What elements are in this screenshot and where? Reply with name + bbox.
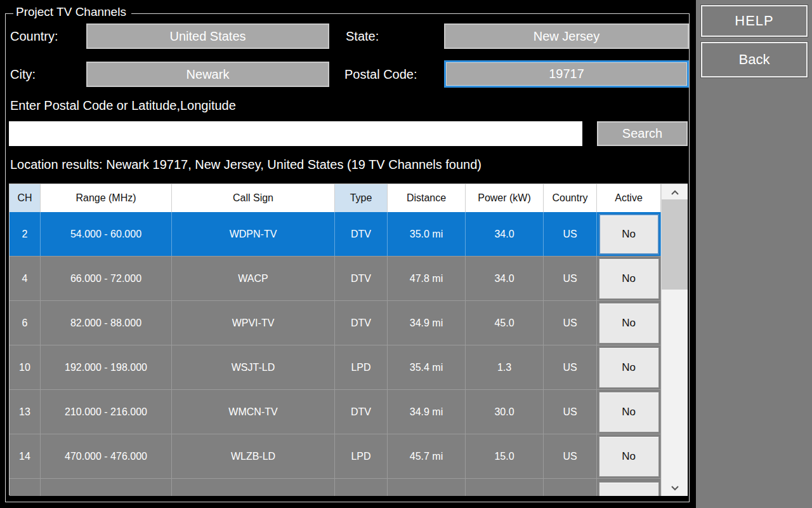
- country-label: Country:: [10, 23, 58, 49]
- column-header[interactable]: Country: [544, 184, 597, 212]
- type-cell: [335, 479, 388, 496]
- scroll-down-icon[interactable]: [662, 481, 688, 495]
- country-cell: US: [544, 212, 597, 256]
- column-header[interactable]: Range (MHz): [41, 184, 172, 212]
- search-input[interactable]: [9, 121, 582, 146]
- type-cell: DTV: [335, 301, 388, 345]
- ch-cell: 13: [10, 390, 41, 434]
- country-cell: US: [544, 301, 597, 345]
- country-cell: US: [544, 257, 597, 300]
- search-instruction: Enter Postal Code or Latitude,Longitude: [10, 93, 236, 118]
- call-sign-cell: WACP: [172, 257, 335, 300]
- scroll-up-icon[interactable]: [662, 185, 688, 199]
- power-cell: 34.0: [466, 212, 544, 256]
- country-cell: US: [544, 390, 597, 434]
- range-cell: [41, 479, 172, 496]
- power-cell: 45.0: [466, 301, 544, 345]
- range-cell: 470.000 - 476.000: [41, 434, 172, 478]
- type-cell: DTV: [335, 257, 388, 300]
- ch-cell: 4: [10, 257, 41, 300]
- distance-cell: [388, 479, 466, 496]
- table-row[interactable]: 254.000 - 60.000WDPN-TVDTV35.0 mi34.0USN…: [10, 212, 688, 257]
- column-header[interactable]: Distance: [388, 184, 466, 212]
- call-sign-cell: WLZB-LD: [172, 434, 335, 478]
- call-sign-cell: WSJT-LD: [172, 345, 335, 389]
- distance-cell: 34.9 mi: [388, 390, 466, 434]
- column-header[interactable]: Type: [335, 184, 388, 212]
- active-cell: No: [597, 390, 661, 434]
- type-cell: LPD: [335, 434, 388, 478]
- type-cell: DTV: [335, 212, 388, 256]
- active-toggle-button[interactable]: No: [599, 214, 659, 255]
- distance-cell: 34.9 mi: [388, 301, 466, 345]
- country-field[interactable]: United States: [86, 23, 329, 49]
- type-cell: LPD: [335, 345, 388, 389]
- range-cell: 54.000 - 60.000: [41, 212, 172, 256]
- call-sign-cell: WMCN-TV: [172, 390, 335, 434]
- active-toggle-button[interactable]: No: [599, 347, 659, 388]
- range-cell: 66.000 - 72.000: [41, 257, 172, 300]
- power-cell: [466, 479, 544, 496]
- table-row[interactable]: [10, 479, 688, 496]
- table-row[interactable]: 14470.000 - 476.000WLZB-LDLPD45.7 mi15.0…: [10, 434, 688, 479]
- call-sign-cell: WDPN-TV: [172, 212, 335, 256]
- vertical-scrollbar[interactable]: [661, 184, 688, 496]
- call-sign-cell: [172, 479, 335, 496]
- distance-cell: 35.4 mi: [388, 345, 466, 389]
- distance-cell: 35.0 mi: [388, 212, 466, 256]
- country-cell: US: [544, 434, 597, 478]
- location-results-text: Location results: Newark 19717, New Jers…: [10, 157, 481, 172]
- active-toggle-button[interactable]: No: [599, 392, 659, 432]
- column-header[interactable]: CH: [10, 184, 41, 212]
- distance-cell: 45.7 mi: [388, 434, 466, 478]
- table-row[interactable]: 13210.000 - 216.000WMCN-TVDTV34.9 mi30.0…: [10, 390, 688, 434]
- scrollbar-thumb[interactable]: [662, 199, 688, 290]
- active-cell: No: [597, 257, 661, 300]
- active-cell: [597, 479, 661, 496]
- range-cell: 192.000 - 198.000: [41, 345, 172, 389]
- country-cell: US: [544, 345, 597, 389]
- power-cell: 1.3: [466, 345, 544, 389]
- range-cell: 210.000 - 216.000: [41, 390, 172, 434]
- app-window: HELP Back Project TV Channels Country: U…: [0, 0, 812, 508]
- table-row[interactable]: 466.000 - 72.000WACPDTV47.8 mi34.0USNo: [10, 257, 688, 301]
- city-label: City:: [10, 62, 36, 87]
- city-field[interactable]: Newark: [86, 62, 329, 87]
- active-toggle-button[interactable]: No: [599, 258, 659, 299]
- ch-cell: 10: [10, 345, 41, 389]
- range-cell: 82.000 - 88.000: [41, 301, 172, 345]
- table-header: CHRange (MHz)Call SignTypeDistancePower …: [10, 184, 688, 212]
- channels-table: CHRange (MHz)Call SignTypeDistancePower …: [9, 184, 688, 495]
- distance-cell: 47.8 mi: [388, 257, 466, 300]
- type-cell: DTV: [335, 390, 388, 434]
- help-button[interactable]: HELP: [701, 5, 808, 37]
- country-cell: [544, 479, 597, 496]
- active-cell: No: [597, 212, 661, 256]
- table-body: 254.000 - 60.000WDPN-TVDTV35.0 mi34.0USN…: [10, 212, 688, 496]
- search-button[interactable]: Search: [597, 121, 688, 146]
- active-toggle-button[interactable]: [599, 482, 659, 497]
- ch-cell: 2: [10, 212, 41, 256]
- ch-cell: [10, 479, 41, 496]
- ch-cell: 6: [10, 301, 41, 345]
- state-label: State:: [346, 23, 379, 49]
- side-panel: HELP Back: [696, 0, 812, 508]
- power-cell: 34.0: [466, 257, 544, 300]
- groupbox-title: Project TV Channels: [13, 5, 131, 19]
- column-header[interactable]: Call Sign: [172, 184, 335, 212]
- postal-code-field[interactable]: 19717: [444, 60, 689, 88]
- ch-cell: 14: [10, 434, 41, 478]
- active-cell: No: [597, 434, 661, 478]
- active-cell: No: [597, 301, 661, 345]
- column-header[interactable]: Power (kW): [466, 184, 544, 212]
- active-cell: No: [597, 345, 661, 389]
- table-row[interactable]: 10192.000 - 198.000WSJT-LDLPD35.4 mi1.3U…: [10, 345, 688, 390]
- column-header[interactable]: Active: [597, 184, 661, 212]
- power-cell: 30.0: [466, 390, 544, 434]
- active-toggle-button[interactable]: No: [599, 303, 659, 344]
- active-toggle-button[interactable]: No: [599, 436, 659, 477]
- table-row[interactable]: 682.000 - 88.000WPVI-TVDTV34.9 mi45.0USN…: [10, 301, 688, 345]
- call-sign-cell: WPVI-TV: [172, 301, 335, 345]
- state-field[interactable]: New Jersey: [444, 23, 689, 49]
- back-button[interactable]: Back: [701, 42, 808, 77]
